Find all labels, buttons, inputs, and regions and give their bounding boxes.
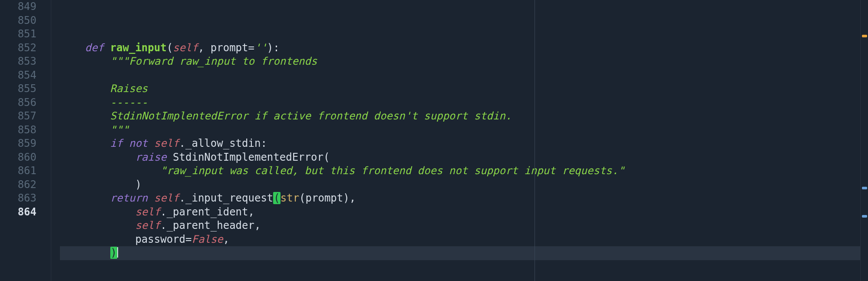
token-whitespace <box>60 110 110 122</box>
token-cursor-bar <box>117 247 118 258</box>
code-line[interactable] <box>60 69 860 83</box>
token-punc: ( <box>299 192 305 204</box>
token-kw: def <box>85 42 110 54</box>
token-whitespace <box>60 165 160 177</box>
code-line[interactable]: if not self._allow_stdin: <box>60 137 860 151</box>
code-line[interactable]: ) <box>60 246 860 260</box>
token-str: """ <box>110 124 129 136</box>
token-str: Raises <box>110 83 148 95</box>
line-number: 852 <box>0 41 36 55</box>
token-kwflow: raise <box>135 151 173 163</box>
code-line[interactable]: """ <box>60 123 860 137</box>
token-punc: ) <box>135 179 141 191</box>
token-bracket-hl: ) <box>110 247 117 259</box>
line-number: 858 <box>0 123 36 137</box>
token-str: '' <box>254 42 267 54</box>
line-number: 856 <box>0 96 36 110</box>
token-self: self <box>154 192 179 204</box>
token-punc: ( <box>167 42 173 54</box>
line-number: 853 <box>0 55 36 69</box>
code-area[interactable]: def raw_input(self, prompt=''): """Forwa… <box>51 0 860 281</box>
token-self: self <box>135 219 160 231</box>
token-self: self <box>154 137 179 149</box>
token-whitespace <box>60 219 135 231</box>
code-line[interactable]: StdinNotImplentedError if active fronten… <box>60 109 860 123</box>
code-line[interactable]: Raises <box>60 82 860 96</box>
token-whitespace <box>60 96 110 109</box>
token-whitespace <box>60 247 110 259</box>
code-line[interactable]: raise StdinNotImplementedError( <box>60 151 860 165</box>
token-whitespace <box>60 124 110 136</box>
code-line[interactable]: self._parent_ident, <box>60 205 860 219</box>
code-line[interactable]: return self._input_request(str(prompt), <box>60 192 860 205</box>
token-whitespace <box>60 83 110 95</box>
scrollbar-warning-marker[interactable] <box>862 35 867 37</box>
token-type: StdinNotImplementedError <box>173 151 323 163</box>
line-number: 864 <box>0 205 36 219</box>
code-editor[interactable]: 8498508518528538548558568578588598608618… <box>0 0 868 281</box>
token-kwflow: not <box>129 137 154 149</box>
line-number: 855 <box>0 82 36 96</box>
token-param: prompt <box>211 42 248 54</box>
token-kwflow: return <box>110 192 154 204</box>
code-line[interactable]: ------ <box>60 96 860 110</box>
token-whitespace <box>60 55 110 67</box>
token-punc: , <box>198 42 211 54</box>
line-number: 861 <box>0 164 36 178</box>
token-self: self <box>173 42 198 54</box>
token-op: = <box>248 42 254 54</box>
scrollbar-info-marker[interactable] <box>862 215 867 218</box>
token-str: """Forward raw_input to frontends <box>110 55 317 67</box>
code-line[interactable]: "raw_input was called, but this frontend… <box>60 164 860 178</box>
token-attr: ._parent_ident, <box>160 206 254 218</box>
token-op: = <box>185 233 191 245</box>
line-number: 863 <box>0 192 36 205</box>
token-whitespace <box>60 42 85 54</box>
token-builtin: str <box>281 192 299 204</box>
token-whitespace <box>60 192 110 204</box>
fold-column[interactable] <box>44 0 51 281</box>
line-number: 862 <box>0 178 36 192</box>
token-str: ------ <box>110 96 148 109</box>
token-str: StdinNotImplentedError if active fronten… <box>110 110 512 122</box>
token-punc: , <box>223 233 229 245</box>
code-line[interactable]: password=False, <box>60 233 860 247</box>
token-attr: ._input_request <box>179 192 274 204</box>
scrollbar-info-marker[interactable] <box>862 187 867 189</box>
code-line[interactable]: def raw_input(self, prompt=''): <box>60 41 860 55</box>
token-param: prompt <box>306 192 343 204</box>
token-str: "raw_input was called, but this frontend… <box>160 165 624 177</box>
token-whitespace <box>60 137 110 149</box>
token-bracket-hl: ( <box>273 192 280 204</box>
line-number: 857 <box>0 109 36 123</box>
line-number: 849 <box>0 0 36 14</box>
token-self: self <box>135 206 160 218</box>
line-number: 854 <box>0 69 36 83</box>
token-punc: ( <box>323 151 330 163</box>
line-number-gutter: 8498508518528538548558568578588598608618… <box>0 0 44 281</box>
line-number: 859 <box>0 137 36 151</box>
vertical-scrollbar[interactable] <box>860 0 868 281</box>
token-const: False <box>191 233 223 245</box>
code-line[interactable]: self._parent_header, <box>60 219 860 233</box>
line-number: 860 <box>0 151 36 165</box>
token-whitespace <box>60 151 135 163</box>
token-attr: ._parent_header, <box>160 219 261 231</box>
token-param: password <box>135 233 185 245</box>
token-whitespace <box>60 233 135 245</box>
token-whitespace <box>60 206 135 218</box>
line-number: 850 <box>0 14 36 28</box>
token-whitespace <box>60 179 135 191</box>
token-punc: ): <box>267 42 280 54</box>
token-punc: ), <box>343 192 356 204</box>
token-def: raw_input <box>110 42 167 54</box>
code-line[interactable]: ) <box>60 178 860 192</box>
code-line[interactable]: """Forward raw_input to frontends <box>60 55 860 69</box>
token-kwflow: if <box>110 137 129 149</box>
line-number: 851 <box>0 27 36 41</box>
token-attr: ._allow_stdin: <box>179 137 267 149</box>
